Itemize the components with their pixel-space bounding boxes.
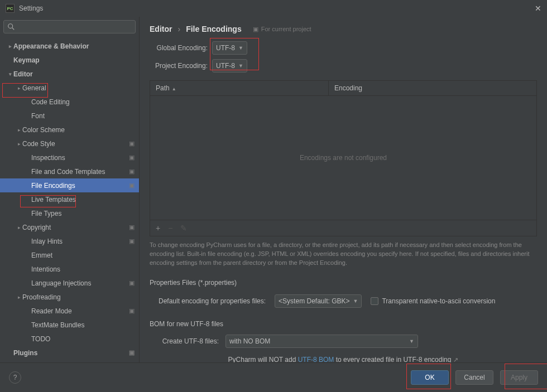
for-current-project-badge: ▣For current project xyxy=(253,26,311,33)
sidebar-item-plugins[interactable]: Plugins▣ xyxy=(0,346,139,360)
svg-line-1 xyxy=(12,28,15,30)
sidebar-item-label: Plugins xyxy=(13,349,129,357)
caret-down-icon: ▼ xyxy=(238,45,243,51)
sidebar-item-label: File Encodings xyxy=(31,182,129,190)
caret-down-icon: ▼ xyxy=(238,63,243,69)
sidebar-item-label: File Types xyxy=(31,210,135,217)
external-link-icon: ↗ xyxy=(453,356,458,362)
sort-asc-icon: ▲ xyxy=(172,86,176,91)
sidebar-item-label: Proofreading xyxy=(22,293,135,301)
sidebar-item-appearance-behavior[interactable]: Appearance & Behavior xyxy=(0,39,139,53)
sidebar-item-editor[interactable]: Editor xyxy=(0,67,139,81)
search-input[interactable] xyxy=(3,20,136,33)
close-icon[interactable]: ✕ xyxy=(535,4,541,13)
sidebar-item-label: Code Style xyxy=(22,140,129,148)
help-button[interactable]: ? xyxy=(9,371,21,384)
chevron-right-icon xyxy=(7,43,13,49)
search-icon xyxy=(7,23,15,31)
sidebar-item-label: Intentions xyxy=(31,265,135,273)
sidebar-item-version-control[interactable]: Version Control▣ xyxy=(0,360,139,362)
chevron-right-icon xyxy=(16,127,22,133)
sidebar-item-label: TextMate Bundles xyxy=(31,321,135,329)
project-encoding-dropdown[interactable]: UTF-8 ▼ xyxy=(212,59,247,72)
window-title: Settings xyxy=(19,4,43,12)
sidebar-item-file-types[interactable]: File Types xyxy=(0,206,139,220)
sidebar-item-inlay-hints[interactable]: Inlay Hints▣ xyxy=(0,234,139,248)
sidebar-item-proofreading[interactable]: Proofreading xyxy=(0,290,139,304)
chevron-right-icon: › xyxy=(177,25,180,33)
sidebar-item-label: Editor xyxy=(13,70,135,78)
sidebar-item-label: Live Templates xyxy=(31,196,135,204)
breadcrumb-editor[interactable]: Editor xyxy=(150,25,172,33)
sidebar-item-todo[interactable]: TODO xyxy=(0,332,139,346)
sidebar-item-label: Keymap xyxy=(13,56,135,64)
chevron-right-icon xyxy=(16,294,22,300)
global-encoding-label: Global Encoding: xyxy=(150,44,208,52)
sidebar-item-file-encodings[interactable]: File Encodings▣ xyxy=(0,178,139,192)
sidebar-item-inspections[interactable]: Inspections▣ xyxy=(0,151,139,164)
svg-point-0 xyxy=(8,24,13,28)
sidebar-item-emmet[interactable]: Emmet xyxy=(0,248,139,262)
sidebar-item-label: Language Injections xyxy=(31,279,129,287)
project-scope-icon: ▣ xyxy=(129,154,135,161)
titlebar: PC Settings ✕ xyxy=(0,0,547,17)
sidebar-item-keymap[interactable]: Keymap xyxy=(0,53,139,67)
sidebar-item-label: Emmet xyxy=(31,251,135,259)
sidebar-item-live-templates[interactable]: Live Templates xyxy=(0,192,139,206)
cancel-button[interactable]: Cancel xyxy=(455,370,493,385)
project-encoding-value: UTF-8 xyxy=(216,62,235,70)
apply-button[interactable]: Apply xyxy=(500,370,538,385)
sidebar-item-copyright[interactable]: Copyright▣ xyxy=(0,220,139,234)
transparent-ascii-checkbox[interactable]: Transparent native-to-ascii conversion xyxy=(371,297,495,305)
app-logo-icon: PC xyxy=(6,4,15,13)
project-scope-icon: ▣ xyxy=(129,307,135,314)
sidebar-item-label: Font xyxy=(31,112,135,120)
sidebar-item-intentions[interactable]: Intentions xyxy=(0,262,139,276)
project-encoding-label: Project Encoding: xyxy=(150,62,208,70)
sidebar-item-label: General xyxy=(22,84,135,92)
sidebar-item-general[interactable]: General xyxy=(0,81,139,95)
breadcrumb: Editor › File Encodings ▣For current pro… xyxy=(140,17,547,39)
encoding-table: Path▲ Encoding Encodings are not configu… xyxy=(150,80,537,236)
table-col-path[interactable]: Path▲ xyxy=(150,81,329,95)
settings-tree[interactable]: Appearance & BehaviorKeymapEditorGeneral… xyxy=(0,37,139,362)
ok-button[interactable]: OK xyxy=(411,370,449,385)
project-scope-icon: ▣ xyxy=(129,182,135,189)
sidebar: Appearance & BehaviorKeymapEditorGeneral… xyxy=(0,17,140,362)
create-utf8-dropdown[interactable]: with NO BOM ▼ xyxy=(225,335,418,348)
sidebar-item-label: Copyright xyxy=(22,224,129,231)
project-scope-icon: ▣ xyxy=(129,279,135,287)
sidebar-item-label: Inspections xyxy=(31,154,129,162)
sidebar-item-code-style[interactable]: Code Style▣ xyxy=(0,137,139,151)
sidebar-item-language-injections[interactable]: Language Injections▣ xyxy=(0,276,139,290)
sidebar-item-label: Color Scheme xyxy=(22,126,135,134)
sidebar-item-font[interactable]: Font xyxy=(0,109,139,123)
create-utf8-label: Create UTF-8 files: xyxy=(159,337,219,345)
bom-note: PyCharm will NOT add UTF-8 BOM to every … xyxy=(140,350,547,362)
chevron-right-icon xyxy=(16,85,22,91)
sidebar-item-code-editing[interactable]: Code Editing xyxy=(0,95,139,109)
breadcrumb-file-encodings: File Encodings xyxy=(186,25,242,33)
table-col-encoding[interactable]: Encoding xyxy=(329,81,536,95)
sidebar-item-color-scheme[interactable]: Color Scheme xyxy=(0,123,139,137)
project-scope-icon: ▣ xyxy=(129,224,135,231)
sidebar-item-reader-mode[interactable]: Reader Mode▣ xyxy=(0,304,139,318)
utf8-bom-link[interactable]: UTF-8 BOM xyxy=(298,356,334,362)
default-properties-encoding-dropdown[interactable]: <System Default: GBK> ▼ xyxy=(275,294,362,308)
global-encoding-value: UTF-8 xyxy=(216,44,235,52)
caret-down-icon: ▼ xyxy=(353,298,358,304)
sidebar-item-label: File and Code Templates xyxy=(31,168,129,176)
project-scope-icon: ▣ xyxy=(129,349,135,356)
checkbox-icon xyxy=(371,297,378,305)
encoding-hint-text: To change encoding PyCharm uses for a fi… xyxy=(150,241,537,268)
add-icon[interactable]: + xyxy=(156,224,160,233)
remove-icon: − xyxy=(168,224,172,233)
sidebar-item-label: Inlay Hints xyxy=(31,238,129,245)
bom-legend: BOM for new UTF-8 files xyxy=(150,320,537,328)
sidebar-item-file-and-code-templates[interactable]: File and Code Templates▣ xyxy=(0,164,139,178)
sidebar-item-label: Reader Mode xyxy=(31,307,129,315)
sidebar-item-label: TODO xyxy=(31,335,135,343)
global-encoding-dropdown[interactable]: UTF-8 ▼ xyxy=(212,41,247,55)
sidebar-item-textmate-bundles[interactable]: TextMate Bundles xyxy=(0,318,139,332)
table-empty-message: Encodings are not configured xyxy=(150,96,536,220)
